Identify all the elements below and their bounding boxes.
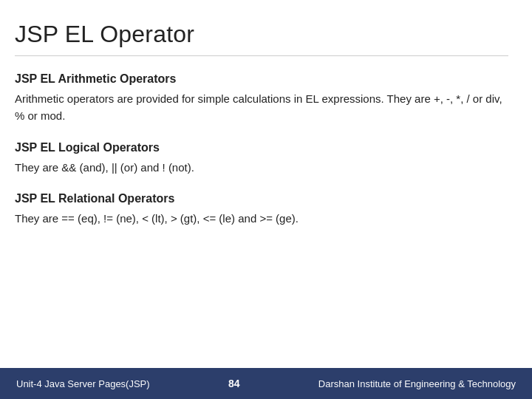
relational-heading: JSP EL Relational Operators — [15, 192, 508, 205]
section-relational: JSP EL Relational Operators They are == … — [15, 192, 508, 227]
slide-container: JSP EL Operator JSP EL Arithmetic Operat… — [0, 0, 532, 399]
main-content: JSP EL Operator JSP EL Arithmetic Operat… — [0, 0, 532, 368]
footer: Unit-4 Java Server Pages(JSP) 84 Darshan… — [0, 368, 532, 399]
section-arithmetic: JSP EL Arithmetic Operators Arithmetic o… — [15, 72, 508, 125]
relational-body: They are == (eq), != (ne), < (lt), > (gt… — [15, 210, 508, 227]
arithmetic-heading: JSP EL Arithmetic Operators — [15, 72, 508, 86]
footer-page-number: 84 — [228, 378, 240, 389]
logical-body: They are && (and), || (or) and ! (not). — [15, 159, 508, 176]
footer-left: Unit-4 Java Server Pages(JSP) — [16, 378, 150, 389]
title-divider — [15, 55, 508, 56]
logical-heading: JSP EL Logical Operators — [15, 141, 508, 154]
slide-title: JSP EL Operator — [15, 21, 508, 48]
arithmetic-body: Arithmetic operators are provided for si… — [15, 90, 508, 125]
section-logical: JSP EL Logical Operators They are && (an… — [15, 141, 508, 176]
footer-right: Darshan Institute of Engineering & Techn… — [318, 378, 516, 389]
